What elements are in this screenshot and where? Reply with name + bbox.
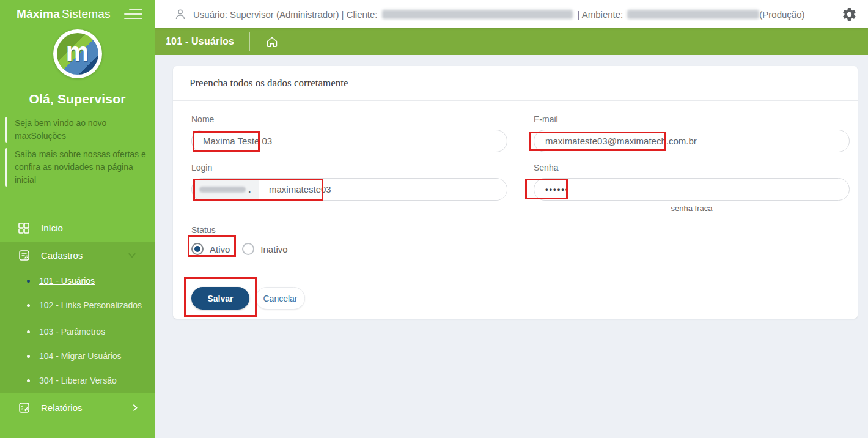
brand-m-logo: m bbox=[57, 33, 98, 75]
welcome-note: Seja bem vindo ao novo maxSoluções bbox=[5, 117, 146, 143]
nome-label: Nome bbox=[191, 114, 507, 124]
greeting-text: Olá, Supervisor bbox=[0, 92, 155, 106]
login-prefix: . bbox=[192, 179, 259, 200]
app-logo: MáximaSistemas bbox=[17, 7, 111, 21]
hamburger-menu-icon[interactable] bbox=[124, 6, 142, 22]
sidebar-item-104-label[interactable]: 104 - Migrar Usuários bbox=[39, 350, 122, 363]
cadastros-submenu: 101 - Usuários 102 - Links Personalizado… bbox=[0, 269, 155, 393]
grid-icon bbox=[17, 221, 31, 235]
bullet-icon bbox=[27, 304, 30, 307]
sidebar-item-inicio-label: Início bbox=[41, 223, 63, 233]
offers-note: Saiba mais sobre nossas ofertas e confir… bbox=[5, 148, 146, 187]
producao-text: (Produção) bbox=[759, 9, 804, 20]
chevron-right-icon bbox=[133, 404, 138, 412]
login-input-group: . bbox=[191, 178, 507, 201]
bullet-icon bbox=[27, 379, 30, 382]
sidebar-item-cadastros-label: Cadastros bbox=[41, 250, 83, 261]
sidebar-item-103-label[interactable]: 103 - Parâmetros bbox=[39, 325, 105, 338]
login-input[interactable] bbox=[259, 179, 507, 200]
sidebar-item-cadastros[interactable]: Cadastros bbox=[0, 242, 155, 269]
checklist-icon bbox=[17, 401, 31, 414]
nome-field-group: Nome bbox=[191, 114, 507, 152]
radio-ativo-circle[interactable] bbox=[191, 243, 204, 255]
sidebar-item-101-label[interactable]: 101 - Usuários bbox=[39, 275, 95, 288]
page-title: 101 - Usuários bbox=[166, 36, 234, 47]
radio-inativo-circle[interactable] bbox=[242, 243, 254, 255]
app-logo-bold: Máxima bbox=[17, 7, 60, 20]
page-header: 101 - Usuários bbox=[155, 28, 868, 55]
nome-input[interactable] bbox=[191, 130, 507, 152]
status-field-group: Status Ativo Inativo bbox=[191, 225, 858, 255]
sidebar-item-102-links[interactable]: 102 - Links Personalizados bbox=[0, 291, 155, 319]
login-label: Login bbox=[191, 163, 507, 173]
bullet-icon bbox=[27, 280, 30, 283]
redacted-environment-name bbox=[627, 10, 759, 19]
sidebar-item-304-label[interactable]: 304 - Liberar Versão bbox=[39, 374, 117, 387]
welcome-note-text: Seja bem vindo ao novo maxSoluções bbox=[7, 117, 146, 143]
radio-ativo[interactable]: Ativo bbox=[191, 243, 230, 255]
main-content: Preencha todos os dados corretamente Nom… bbox=[155, 55, 868, 438]
avatar-letter: m bbox=[66, 39, 89, 65]
password-strength-text: senha fraca bbox=[534, 204, 850, 213]
sidebar-item-103-parametros[interactable]: 103 - Parâmetros bbox=[0, 319, 155, 344]
sidebar: MáximaSistemas m Olá, Supervisor Seja be… bbox=[0, 0, 155, 438]
redacted-client-name bbox=[382, 10, 573, 19]
user-icon bbox=[175, 9, 186, 20]
form-icon bbox=[17, 249, 31, 262]
senha-label: Senha bbox=[534, 163, 850, 173]
senha-input[interactable] bbox=[534, 178, 850, 201]
form-title: Preencha todos os dados corretamente bbox=[173, 66, 858, 101]
bullet-icon bbox=[27, 330, 30, 333]
avatar: m bbox=[53, 29, 102, 78]
cadastros-section: Cadastros 101 - Usuários 102 - Links Per… bbox=[0, 242, 155, 393]
save-button[interactable]: Salvar bbox=[191, 287, 249, 310]
cancel-button[interactable]: Cancelar bbox=[256, 287, 305, 310]
sidebar-item-relatorios-label: Relatórios bbox=[41, 403, 83, 413]
user-form-card: Preencha todos os dados corretamente Nom… bbox=[173, 66, 858, 319]
login-field-group: Login . bbox=[191, 163, 507, 213]
offers-note-text: Saiba mais sobre nossas ofertas e confir… bbox=[7, 148, 146, 187]
sidebar-item-104-migrar[interactable]: 104 - Migrar Usuários bbox=[0, 344, 155, 368]
sidebar-menu: Início Cadastros bbox=[0, 214, 155, 422]
ambiente-label: | Ambiente: bbox=[578, 9, 623, 20]
radio-inativo-label: Inativo bbox=[260, 244, 287, 254]
email-field-group: E-mail bbox=[534, 114, 850, 152]
topbar: Usuário: Supervisor (Administrador) | Cl… bbox=[155, 0, 868, 28]
redacted-login-prefix bbox=[199, 187, 246, 193]
email-input[interactable] bbox=[534, 130, 850, 152]
settings-gear-icon[interactable] bbox=[842, 7, 857, 22]
status-label: Status bbox=[191, 225, 858, 235]
app-logo-regular: Sistemas bbox=[62, 7, 111, 20]
email-label: E-mail bbox=[534, 114, 850, 124]
sidebar-item-304-liberar[interactable]: 304 - Liberar Versão bbox=[0, 368, 155, 393]
sidebar-item-relatorios[interactable]: Relatórios bbox=[0, 393, 155, 422]
header-divider bbox=[249, 32, 250, 51]
radio-ativo-label: Ativo bbox=[210, 244, 230, 254]
user-info-text: Usuário: Supervisor (Administrador) | Cl… bbox=[193, 9, 378, 20]
bullet-icon bbox=[27, 355, 30, 358]
sidebar-item-102-label[interactable]: 102 - Links Personalizados bbox=[39, 299, 142, 312]
chevron-down-icon bbox=[128, 253, 136, 258]
sidebar-item-inicio[interactable]: Início bbox=[0, 214, 155, 242]
home-icon[interactable] bbox=[266, 36, 278, 48]
radio-inativo[interactable]: Inativo bbox=[242, 243, 287, 255]
login-prefix-dot: . bbox=[248, 184, 251, 195]
senha-field-group: Senha senha fraca bbox=[534, 163, 850, 213]
sidebar-item-101-usuarios[interactable]: 101 - Usuários bbox=[0, 270, 155, 291]
